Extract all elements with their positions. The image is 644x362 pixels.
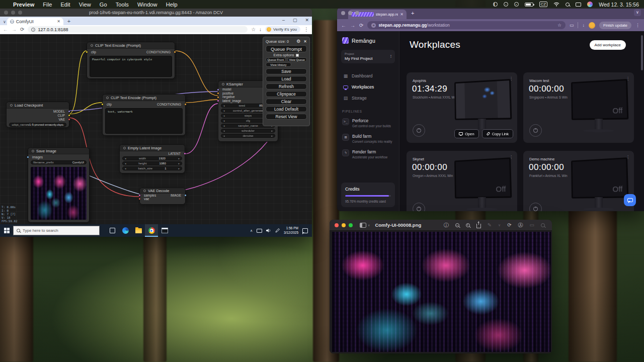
- menu-window[interactable]: Window: [137, 2, 157, 8]
- window-minimize-button[interactable]: –: [282, 18, 285, 23]
- port-latent-image-in[interactable]: [217, 100, 219, 102]
- workplace-card-wacom-test[interactable]: Wacom test 00:00:00 Singapore • Animus S…: [523, 72, 634, 143]
- widget-filename-prefix[interactable]: filename_prefixComfyUI: [31, 160, 87, 165]
- close-traffic-light[interactable]: [335, 223, 339, 227]
- widget-ckpt-name[interactable]: ◂ckpt_namev1-5-pruned-emaonly.ckpt▸: [9, 123, 66, 127]
- taskbar-clock[interactable]: 1:56 PM 3/12/2025: [284, 226, 298, 235]
- forward-icon[interactable]: →: [12, 27, 17, 32]
- tab-close-icon[interactable]: ✕: [57, 19, 60, 24]
- settings-gear-icon[interactable]: ⚙: [296, 39, 300, 44]
- queue-front-button[interactable]: Queue Front: [266, 57, 286, 62]
- scrollbar-thumb[interactable]: [641, 35, 643, 70]
- collapse-dot[interactable]: [10, 104, 13, 107]
- screen-mirroring-icon[interactable]: [576, 3, 581, 7]
- widget-batch-size[interactable]: ◂batch_size1▸: [122, 166, 182, 171]
- input-source[interactable]: CZ: [539, 2, 548, 7]
- forward-icon[interactable]: →: [350, 23, 355, 28]
- url-domain[interactable]: stepan.app.remangu.gg: [378, 23, 427, 28]
- wifi-icon[interactable]: [553, 2, 559, 7]
- dcv-titlebar[interactable]: prod-1ihv6-stepan-eu-north-1.vdi.remangu…: [0, 9, 312, 17]
- display-tray-icon[interactable]: [257, 229, 262, 233]
- volume-icon[interactable]: [266, 228, 271, 233]
- info-icon[interactable]: ⓘ: [444, 222, 449, 229]
- preview-titlebar[interactable]: ∨ Comfy-UI-00008.png ⓘ – + ✎ ∨ ⟳ Ⓐ ▭: [330, 220, 552, 231]
- power-button[interactable]: [413, 124, 425, 137]
- tab-search-chevron-icon[interactable]: ∨: [3, 20, 6, 24]
- address-bar[interactable]: i 127.0.0.1:8188: [28, 26, 248, 33]
- credits-card[interactable]: Credits 95.76% monthly credits used: [341, 183, 395, 207]
- sidebar-item-dashboard[interactable]: ▦ Dashboard: [341, 70, 395, 81]
- port-conditioning-out[interactable]: [174, 51, 176, 53]
- download-icon[interactable]: ↓: [259, 27, 262, 32]
- menu-go[interactable]: Go: [100, 2, 107, 8]
- text-box-icon[interactable]: ▭: [530, 222, 534, 228]
- clipspace-button[interactable]: Clipspace: [266, 91, 307, 98]
- verify-its-you-button[interactable]: Verify it's you: [265, 26, 300, 33]
- port-negative-in[interactable]: [217, 96, 219, 99]
- node-vae-decode[interactable]: VAE Decode samples IMAGE vae: [139, 188, 186, 205]
- port-images-in[interactable]: [27, 156, 29, 158]
- node-header[interactable]: VAE Decode: [140, 188, 185, 194]
- node-clip-text-encode-negative[interactable]: CLIP Text Encode (Prompt) clip CONDITION…: [102, 94, 186, 136]
- sidebar-item-build-farm[interactable]: ▤ Build farmConvert concepts into realit…: [341, 131, 395, 146]
- minimize-traffic-light[interactable]: [342, 223, 346, 227]
- menu-help[interactable]: Help: [166, 2, 178, 8]
- rotate-icon[interactable]: ⟳: [507, 222, 511, 228]
- power-button[interactable]: [529, 203, 542, 211]
- port-conditioning-out[interactable]: [184, 103, 187, 106]
- cyberpunk-image[interactable]: [332, 232, 551, 352]
- spotlight-icon[interactable]: [566, 3, 570, 7]
- download-icon[interactable]: ↓: [582, 23, 585, 28]
- tab-close-icon[interactable]: ✕: [400, 12, 404, 17]
- site-info-icon[interactable]: i: [31, 28, 35, 32]
- node-header[interactable]: Save Image: [28, 148, 89, 154]
- refresh-button[interactable]: Refresh: [266, 83, 307, 90]
- port-model-out[interactable]: [68, 110, 70, 113]
- url-path[interactable]: /workstation: [427, 23, 449, 28]
- sidebar-toggle-icon[interactable]: [360, 223, 366, 228]
- workplace-card-skynet[interactable]: Skynet 00:00:00 Oregon • Animus XXXL Win…: [407, 151, 517, 211]
- taskbar-search-box[interactable]: Type here to search: [13, 226, 100, 235]
- hidden-icons-chevron[interactable]: ∧: [250, 229, 253, 233]
- copy-link-button[interactable]: Copy Link: [482, 129, 513, 138]
- window-close-button[interactable]: ✕: [305, 18, 309, 23]
- widget-scheduler[interactable]: ◂scheduler▸: [221, 129, 275, 133]
- panel-close-icon[interactable]: ✕: [303, 39, 307, 44]
- widget-width[interactable]: ◂width1920▸: [122, 156, 182, 161]
- task-view-button[interactable]: [106, 224, 119, 237]
- sidebar-item-render-farm[interactable]: ϟ Render farmAccelerate your workflow: [341, 146, 395, 162]
- menu-tools[interactable]: Tools: [116, 2, 129, 8]
- port-clip-in[interactable]: [101, 103, 104, 106]
- node-load-checkpoint[interactable]: Load Checkpoint MODEL CLIP VAE ◂ckpt_nam…: [6, 102, 69, 128]
- sidebar-item-storage[interactable]: ▤ Storage: [341, 93, 395, 104]
- focus-status-icon[interactable]: •: [514, 2, 519, 7]
- reading-mode-icon[interactable]: ▭: [570, 23, 574, 28]
- workplace-card-apophis[interactable]: Apophis 01:34:29 Stockholm • Animus XXXL…: [407, 72, 517, 143]
- back-icon[interactable]: ←: [3, 27, 8, 32]
- collapse-dot[interactable]: [143, 190, 146, 192]
- back-icon[interactable]: ←: [341, 23, 346, 28]
- finish-update-button[interactable]: Finish update: [599, 22, 631, 29]
- profile-avatar[interactable]: [589, 22, 595, 29]
- power-button[interactable]: [413, 203, 425, 211]
- chrome-taskbar-button[interactable]: [145, 224, 158, 237]
- comfyui-canvas[interactable]: CLIP Text Encode (Prompt) clip CONDITION…: [0, 34, 312, 224]
- port-clip-out[interactable]: [68, 114, 70, 117]
- menu-edit[interactable]: Edit: [60, 2, 70, 8]
- power-button[interactable]: [529, 124, 542, 137]
- node-header[interactable]: CLIP Text Encode (Prompt): [103, 95, 185, 101]
- node-header[interactable]: CLIP Text Encode (Prompt): [87, 42, 175, 49]
- action-center-icon[interactable]: [302, 228, 308, 233]
- clear-button[interactable]: Clear: [266, 99, 307, 105]
- menubar-clock[interactable]: Wed 12. 3. 15:56: [599, 2, 639, 8]
- markup-chevron-icon[interactable]: ∨: [498, 223, 501, 227]
- collapse-dot[interactable]: [106, 97, 109, 99]
- minimize-traffic-light[interactable]: [348, 11, 352, 15]
- chrome-menu-icon[interactable]: ⋮: [635, 23, 640, 28]
- menu-app[interactable]: Preview: [13, 2, 34, 8]
- zoom-out-icon[interactable]: –: [455, 223, 459, 227]
- file-explorer-button[interactable]: [132, 224, 145, 237]
- zoom-traffic-light[interactable]: [355, 11, 359, 15]
- record-status-icon[interactable]: –: [504, 2, 508, 7]
- queue-prompt-button[interactable]: Queue Prompt: [266, 45, 307, 52]
